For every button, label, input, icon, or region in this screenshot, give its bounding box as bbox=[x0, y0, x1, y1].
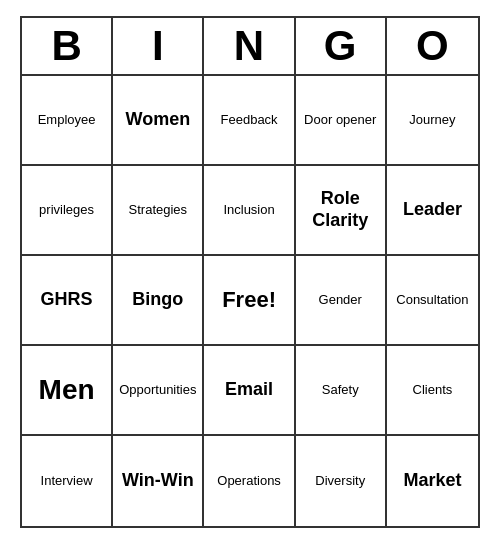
cell-text: Win-Win bbox=[122, 470, 194, 492]
bingo-cell: Market bbox=[387, 436, 478, 526]
bingo-card: BINGO EmployeeWomenFeedbackDoor openerJo… bbox=[20, 16, 480, 528]
bingo-grid: EmployeeWomenFeedbackDoor openerJourneyp… bbox=[22, 76, 478, 526]
cell-text: Strategies bbox=[129, 202, 188, 218]
cell-text: Role Clarity bbox=[302, 188, 379, 231]
bingo-cell: Employee bbox=[22, 76, 113, 166]
bingo-cell: Win-Win bbox=[113, 436, 204, 526]
cell-text: Inclusion bbox=[223, 202, 274, 218]
bingo-cell: Door opener bbox=[296, 76, 387, 166]
cell-text: Bingo bbox=[132, 289, 183, 311]
cell-text: Women bbox=[125, 109, 190, 131]
bingo-cell: Role Clarity bbox=[296, 166, 387, 256]
cell-text: GHRS bbox=[41, 289, 93, 311]
bingo-letter: I bbox=[113, 18, 204, 74]
cell-text: Men bbox=[39, 373, 95, 407]
cell-text: Operations bbox=[217, 473, 281, 489]
bingo-cell: Interview bbox=[22, 436, 113, 526]
bingo-cell: Clients bbox=[387, 346, 478, 436]
cell-text: Interview bbox=[41, 473, 93, 489]
cell-text: Leader bbox=[403, 199, 462, 221]
bingo-cell: GHRS bbox=[22, 256, 113, 346]
bingo-cell: Email bbox=[204, 346, 295, 436]
cell-text: Employee bbox=[38, 112, 96, 128]
cell-text: Door opener bbox=[304, 112, 376, 128]
bingo-letter: O bbox=[387, 18, 478, 74]
cell-text: Email bbox=[225, 379, 273, 401]
bingo-cell: Operations bbox=[204, 436, 295, 526]
cell-text: Market bbox=[403, 470, 461, 492]
bingo-letter: G bbox=[296, 18, 387, 74]
bingo-letter: B bbox=[22, 18, 113, 74]
bingo-header: BINGO bbox=[22, 18, 478, 76]
bingo-cell: Gender bbox=[296, 256, 387, 346]
cell-text: Clients bbox=[413, 382, 453, 398]
cell-text: Consultation bbox=[396, 292, 468, 308]
bingo-cell: Diversity bbox=[296, 436, 387, 526]
bingo-cell: Women bbox=[113, 76, 204, 166]
cell-text: Opportunities bbox=[119, 382, 196, 398]
bingo-cell: Free! bbox=[204, 256, 295, 346]
bingo-cell: Safety bbox=[296, 346, 387, 436]
bingo-cell: Bingo bbox=[113, 256, 204, 346]
bingo-cell: privileges bbox=[22, 166, 113, 256]
cell-text: privileges bbox=[39, 202, 94, 218]
bingo-cell: Consultation bbox=[387, 256, 478, 346]
cell-text: Diversity bbox=[315, 473, 365, 489]
bingo-cell: Men bbox=[22, 346, 113, 436]
bingo-cell: Strategies bbox=[113, 166, 204, 256]
cell-text: Gender bbox=[319, 292, 362, 308]
cell-text: Safety bbox=[322, 382, 359, 398]
bingo-letter: N bbox=[204, 18, 295, 74]
cell-text: Feedback bbox=[221, 112, 278, 128]
bingo-cell: Feedback bbox=[204, 76, 295, 166]
bingo-cell: Inclusion bbox=[204, 166, 295, 256]
bingo-cell: Leader bbox=[387, 166, 478, 256]
cell-text: Journey bbox=[409, 112, 455, 128]
cell-text: Free! bbox=[222, 287, 276, 313]
bingo-cell: Opportunities bbox=[113, 346, 204, 436]
bingo-cell: Journey bbox=[387, 76, 478, 166]
